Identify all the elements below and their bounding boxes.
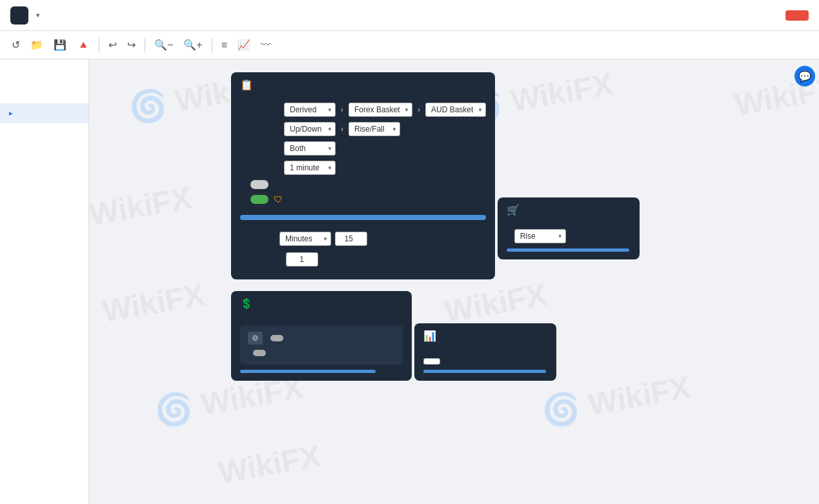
minute-select-wrapper: 1 minute <box>284 161 336 175</box>
stake-row <box>240 251 486 268</box>
duration-row: Minutes <box>240 230 486 247</box>
block3-progress <box>240 370 376 373</box>
do-row <box>248 348 395 358</box>
advanced-expand-icon: ▸ <box>9 110 12 117</box>
candle-interval-row: 1 minute <box>240 161 486 175</box>
block4-header: 📊 <box>414 323 556 348</box>
redo-button[interactable]: ↪ <box>123 36 139 54</box>
trade-type-row: Up/Down › Rise/Fall <box>240 122 486 136</box>
restart-last-badge: 🛡 <box>274 194 283 205</box>
sidebar-item-binary[interactable] <box>0 123 88 136</box>
aud-basket-select[interactable]: AUD Basket <box>425 103 486 117</box>
block1-icon: 📋 <box>240 79 253 91</box>
updown-select-wrapper: Up/Down <box>284 122 336 136</box>
derived-select-wrapper: Derived <box>284 103 336 117</box>
sidebar-item-logic[interactable] <box>0 65 88 77</box>
layout: ▸ 🌀 WikiFX 🌀 WikiFX WikiFX WikiFX WikiFX… <box>0 59 819 504</box>
market-arrow2-icon: › <box>418 105 420 114</box>
block1-body: Derived › Forex Basket › AUD Bas <box>231 97 495 279</box>
restart-buy-row <box>240 180 486 189</box>
market-row: Derived › Forex Basket › AUD Bas <box>240 103 486 117</box>
save-button[interactable]: 💾 <box>50 36 70 54</box>
trade-direction-select[interactable]: Up/Down <box>284 122 336 136</box>
purchase-row: Rise Fall <box>507 228 631 245</box>
app-logo <box>10 6 28 25</box>
refresh-button[interactable]: ↺ <box>8 36 24 54</box>
main-canvas: 🌀 WikiFX 🌀 WikiFX WikiFX WikiFX WikiFX W… <box>89 59 819 504</box>
stake-value-input[interactable] <box>286 252 318 267</box>
forex-basket-select-wrapper: Forex Basket <box>349 103 412 117</box>
sidebar-item-text[interactable] <box>0 90 88 103</box>
risefall-select-wrapper: Rise/Fall <box>349 122 400 136</box>
block2-body: Rise Fall <box>498 223 640 259</box>
do-toggle[interactable] <box>253 350 266 356</box>
restart-buy-toggle[interactable] <box>250 180 268 189</box>
list-view-button[interactable]: ≡ <box>217 37 231 54</box>
chart-view-button[interactable]: 📈 <box>234 36 254 54</box>
cloud-button[interactable]: 🔺 <box>73 36 94 54</box>
header: ▾ <box>0 0 819 31</box>
block3-icon: 💲 <box>240 297 253 310</box>
block4-wrapper: 📊 <box>414 323 556 383</box>
app-title: ▾ <box>34 12 39 19</box>
sidebar-item-math[interactable] <box>0 77 88 90</box>
sidebar-item-advanced[interactable]: ▸ <box>0 103 88 123</box>
contract-type-row: Both <box>240 141 486 156</box>
block2-header: 🛒 <box>498 197 640 223</box>
block3-wrapper: 💲 ⚙ <box>231 291 412 383</box>
aud-basket-select-wrapper: AUD Basket <box>425 103 486 117</box>
if-row: ⚙ <box>248 332 395 345</box>
run-once-progress <box>240 215 486 220</box>
duration-unit-select[interactable]: Minutes <box>279 232 331 246</box>
candle-interval-select[interactable]: 1 minute <box>284 161 336 175</box>
purchase-value-select[interactable]: Rise Fall <box>514 229 566 243</box>
toolbar: ↺ 📁 💾 🔺 ↩ ↪ 🔍− 🔍+ ≡ 📈 〰 <box>0 31 819 59</box>
zoom-out-button[interactable]: 🔍− <box>150 36 177 54</box>
gear-button[interactable]: ⚙ <box>248 332 263 345</box>
market-arrow1-icon: › <box>341 105 343 114</box>
open-button[interactable]: 📁 <box>26 36 47 54</box>
block3-header: 💲 <box>231 291 412 316</box>
block4-body <box>414 348 556 381</box>
block4-progress <box>423 370 546 373</box>
undo-button[interactable]: ↩ <box>105 36 121 54</box>
block-watch-sell: 💲 ⚙ <box>231 291 412 381</box>
minutes-select-wrapper: Minutes <box>279 232 331 246</box>
if-block: ⚙ <box>240 325 403 365</box>
header-left: ▾ <box>10 6 39 25</box>
both-select-wrapper: Both <box>284 141 336 156</box>
block3-body: ⚙ <box>231 316 412 381</box>
block1-header: 📋 <box>231 72 495 97</box>
separator-3 <box>212 37 212 53</box>
rise-fall-select[interactable]: Rise/Fall <box>349 122 400 136</box>
signup-button[interactable] <box>785 10 809 21</box>
restart-last-row: 🛡 <box>240 194 486 205</box>
rise-select-wrapper: Rise Fall <box>514 229 566 243</box>
trade-arrow-icon: › <box>341 125 343 134</box>
trade-again-button[interactable] <box>423 358 440 365</box>
title-chevron-icon[interactable]: ▾ <box>36 12 39 19</box>
block2-progress <box>507 248 629 252</box>
block2-icon: 🛒 <box>507 204 520 216</box>
forex-basket-select[interactable]: Forex Basket <box>349 103 412 117</box>
chat-icon[interactable]: 💬 <box>794 66 815 86</box>
derived-select[interactable]: Derived <box>284 103 336 117</box>
blocks-area: 📋 Derived › <box>89 59 819 447</box>
separator-2 <box>145 37 145 53</box>
restart-last-toggle[interactable] <box>250 195 268 204</box>
block-define-trade: 📋 Derived › <box>231 72 495 279</box>
sidebar: ▸ <box>0 59 89 504</box>
block-watch-purchase: 🛒 Rise Fall <box>498 197 640 259</box>
zoom-in-button[interactable]: 🔍+ <box>179 36 206 54</box>
separator-1 <box>99 37 99 53</box>
contract-type-select[interactable]: Both <box>284 141 336 156</box>
block-trade-result: 📊 <box>414 323 556 381</box>
wave-button[interactable]: 〰 <box>257 37 275 54</box>
block2-wrapper: 🛒 Rise Fall <box>498 197 640 261</box>
block4-icon: 📊 <box>423 330 436 342</box>
header-right <box>778 10 809 21</box>
duration-value-input[interactable] <box>335 232 367 246</box>
if-toggle[interactable] <box>270 335 283 341</box>
